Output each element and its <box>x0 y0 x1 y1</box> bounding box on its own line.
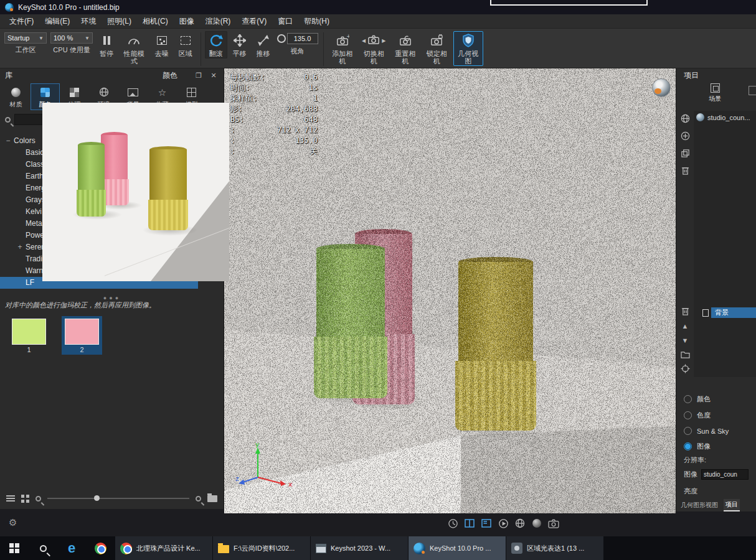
screenshot-icon[interactable] <box>547 517 560 530</box>
move-up-icon[interactable]: ▲ <box>679 320 691 331</box>
delete-environment-icon[interactable] <box>679 166 691 176</box>
menu-camera[interactable]: 相机(C) <box>137 14 174 29</box>
background-list-item[interactable]: 背景 <box>702 307 756 318</box>
environment-copy-icon[interactable] <box>679 148 691 159</box>
search-icon <box>40 545 47 552</box>
delete-icon[interactable] <box>679 306 691 317</box>
environment-globe-icon <box>98 86 110 98</box>
taskbar-app-area-light[interactable]: 区域光表达1 (13 ... <box>506 536 603 560</box>
environment-list-item[interactable]: studio_coun... <box>694 111 756 124</box>
menu-render[interactable]: 渲染(R) <box>200 14 237 29</box>
radio-chroma[interactable]: 色度 <box>684 411 729 420</box>
environment-ball-button[interactable] <box>652 78 671 97</box>
dual-view-icon[interactable] <box>463 517 476 530</box>
target-icon[interactable] <box>679 363 691 374</box>
taskbar-search-button[interactable] <box>29 536 57 560</box>
tumble-icon <box>208 32 224 49</box>
hud-toggle-icon[interactable] <box>480 517 493 530</box>
region-button[interactable]: 区域 <box>174 31 197 58</box>
float-panel-icon[interactable]: ❐ <box>194 71 204 80</box>
radio-image[interactable]: 图像 <box>684 442 729 451</box>
list-view-icon[interactable] <box>6 495 15 502</box>
tumble-button[interactable]: 翻滚 <box>205 31 227 58</box>
color-swatch-1[interactable] <box>12 319 46 345</box>
environment-add-icon[interactable] <box>679 131 691 141</box>
pause-button[interactable]: 暂停 <box>95 31 118 58</box>
zoom-in-icon[interactable] <box>196 496 201 502</box>
network-render-icon[interactable] <box>513 517 527 530</box>
tab-materials[interactable]: 材质 <box>1 83 31 110</box>
geometry-view-button[interactable]: 几何视图 <box>453 31 484 66</box>
library-title: 库 <box>5 70 12 81</box>
radio-color[interactable]: 颜色 <box>684 394 729 404</box>
menu-view[interactable]: 查看(V) <box>236 14 272 29</box>
move-down-icon[interactable]: ▼ <box>679 335 691 345</box>
menu-edit[interactable]: 编辑(E) <box>39 14 75 29</box>
start-button[interactable] <box>0 536 29 560</box>
preview-yellow-cylinder <box>149 146 187 230</box>
keyshot-logo-icon <box>413 543 425 554</box>
import-folder-icon[interactable] <box>207 495 217 502</box>
render-queue-icon[interactable] <box>446 517 460 530</box>
radio-sun-sky[interactable]: Sun & Sky <box>684 427 729 435</box>
thumbnail-size-slider[interactable] <box>47 498 189 499</box>
tab-geometry-view[interactable]: 几何图形视图 <box>679 500 720 511</box>
keyshot-app: { "colors": { "accent": "#2e9fe6", "sele… <box>0 0 756 560</box>
slider-thumb[interactable] <box>94 495 100 501</box>
tab-project[interactable]: 项目 <box>724 499 740 511</box>
taskbar-app-chrome-doc[interactable]: 北理珠产品设计 Ke... <box>115 536 212 560</box>
cpu-usage-value: 100 % <box>54 34 73 42</box>
taskbar-app-keyshot-10[interactable]: KeyShot 10.0 Pro ... <box>408 536 506 560</box>
menu-file[interactable]: 文件(F) <box>4 14 39 29</box>
image-label: 图像 <box>684 470 697 479</box>
image-select[interactable]: studio_coun <box>701 469 749 480</box>
chrome-button[interactable] <box>86 536 115 560</box>
realtime-viewport[interactable]: 每秒帧数:0.6 时间:1s 采样值:1 形:204,688 BS:648 :7… <box>224 68 676 513</box>
menu-lighting[interactable]: 照明(L) <box>102 14 137 29</box>
menubar: 文件(F) 编辑(E) 环境 照明(L) 相机(C) 图像 渲染(R) 查看(V… <box>0 14 756 29</box>
viewport-tools <box>446 517 560 530</box>
prev-camera-icon[interactable]: ◀ <box>362 38 366 44</box>
radio-icon <box>684 395 692 403</box>
workspace-select[interactable]: Startup ▼ <box>4 32 47 44</box>
edge-button[interactable]: e <box>57 536 86 560</box>
color-swatch-2[interactable] <box>65 319 99 345</box>
switch-camera-button[interactable]: ◀ ▶ 切换相机 <box>359 31 389 66</box>
add-camera-icon: + <box>334 32 351 49</box>
keyshot-logo-icon <box>5 3 14 12</box>
performance-mode-button[interactable]: 性能模式 <box>119 31 149 66</box>
background-item-label: 背景 <box>711 307 756 318</box>
environment-actions <box>679 113 691 176</box>
fov-input[interactable] <box>287 33 318 44</box>
material-ball-icon[interactable] <box>530 517 544 530</box>
background-list: 背景 <box>694 304 756 377</box>
menu-help[interactable]: 帮助(H) <box>298 14 335 29</box>
pan-button[interactable]: 平移 <box>229 31 251 58</box>
menu-image[interactable]: 图像 <box>174 14 200 29</box>
denoise-button[interactable]: 去噪 <box>151 31 173 58</box>
taskbar-app-keyshot-2023[interactable]: Keyshot 2023 - W... <box>310 536 408 560</box>
lock-camera-button[interactable]: 锁定相机 <box>422 31 452 66</box>
open-folder-icon[interactable] <box>679 349 691 360</box>
dolly-button[interactable]: 推移 <box>252 31 275 58</box>
reset-camera-button[interactable]: 重置相机 <box>390 31 421 66</box>
z-axis-label: z <box>235 475 239 483</box>
menu-window[interactable]: 窗口 <box>272 14 298 29</box>
menu-environment[interactable]: 环境 <box>75 14 102 29</box>
thumbnail-view-icon[interactable] <box>21 495 29 503</box>
play-animation-icon[interactable] <box>496 517 510 530</box>
add-camera-button[interactable]: + 添加相机 <box>328 31 358 66</box>
zoom-out-icon[interactable] <box>35 496 41 502</box>
clipped-tab-icon[interactable] <box>749 86 756 95</box>
cpu-usage-select[interactable]: 100 % ▼ <box>50 32 93 44</box>
next-camera-icon[interactable]: ▶ <box>382 38 385 44</box>
swatch-cell-2[interactable]: 2 <box>62 316 102 355</box>
environment-edit-icon[interactable] <box>679 113 691 124</box>
project-tabs: 场景 <box>676 82 756 110</box>
taskbar-app-explorer[interactable]: F:\云尚ID资料\202... <box>212 536 310 560</box>
close-icon[interactable]: ✕ <box>209 71 219 80</box>
tab-scene[interactable]: 场景 <box>709 83 721 103</box>
settings-gear-icon[interactable]: ⚙ <box>9 517 17 528</box>
swatch-cell-1[interactable]: 1 <box>9 316 49 355</box>
windows-taskbar: e 北理珠产品设计 Ke... F:\云尚ID资料\202... Keyshot… <box>0 536 756 560</box>
